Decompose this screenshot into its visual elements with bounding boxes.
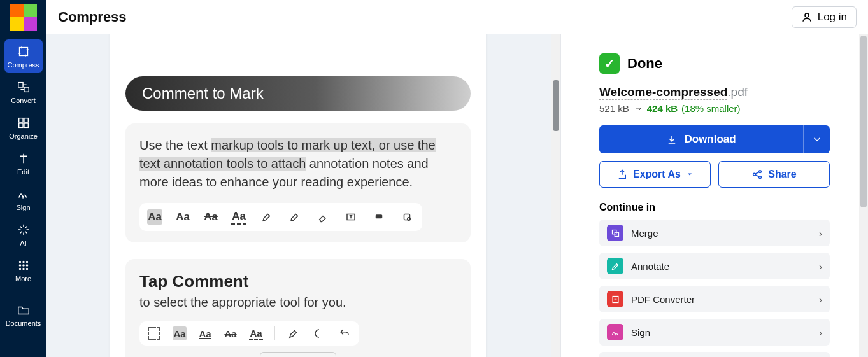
strikeout-tool-icon[interactable]: Aa [203, 209, 218, 225]
continue-item-label: PDF Converter [631, 294, 695, 305]
compress-icon [17, 45, 31, 59]
grid-icon [17, 258, 31, 272]
section-card: Tap Comment to select the appropriate to… [125, 259, 471, 357]
sidebar-item-sign[interactable]: Sign [4, 182, 43, 215]
preview-scrollbar[interactable] [551, 34, 560, 357]
sidebar-item-compress[interactable]: Compress [4, 39, 43, 73]
sidebar: Compress Convert Organize Edit Sign AI M… [0, 34, 46, 357]
status-text: Done [627, 55, 662, 72]
document-page: Comment to Mark Use the text markup tool… [110, 34, 486, 357]
half-circle-icon[interactable] [312, 326, 326, 340]
section-header: Comment to Mark [125, 76, 471, 111]
filename-base: Welcome-compressed [599, 85, 727, 100]
svg-point-20 [408, 218, 411, 221]
strikeout-tool-icon[interactable]: Aa [224, 326, 238, 340]
download-icon [666, 134, 678, 145]
marker-tool-icon[interactable] [259, 209, 274, 225]
merge-icon [607, 225, 623, 241]
size-row: 521 kB 424 kB (18% smaller) [599, 103, 830, 114]
chevron-right-icon: › [819, 228, 822, 239]
svg-point-9 [22, 261, 25, 263]
filename[interactable]: Welcome-compressed.pdf [599, 85, 830, 99]
edit-icon [17, 151, 31, 165]
continue-item-label: Annotate [631, 261, 669, 272]
sidebar-item-label: AI [20, 239, 26, 247]
sidebar-item-label: Edit [17, 168, 29, 176]
undo-icon[interactable] [338, 326, 352, 340]
divider [274, 326, 275, 340]
size-old: 521 kB [599, 103, 629, 114]
scrollbar-thumb[interactable] [553, 80, 559, 131]
converter-icon [607, 291, 623, 307]
sidebar-item-label: Sign [16, 204, 30, 211]
stamp-tool-icon[interactable] [399, 209, 415, 225]
sidebar-item-more[interactable]: More [4, 253, 43, 286]
scrollbar-thumb[interactable] [860, 36, 867, 207]
area-select-icon[interactable] [147, 326, 161, 340]
continue-item-annotate[interactable]: Annotate › [599, 253, 830, 279]
svg-rect-1 [19, 48, 27, 56]
share-icon [751, 169, 763, 180]
page-title: Compress [58, 9, 127, 25]
sign-tool-icon [607, 324, 623, 340]
svg-rect-2 [18, 83, 22, 87]
export-as-button[interactable]: Export As [599, 161, 711, 188]
arrow-right-icon [633, 105, 643, 113]
continue-item-merge[interactable]: Merge › [599, 220, 830, 246]
preview-pane: Comment to Mark Use the text markup tool… [46, 34, 560, 357]
top-bar: Compress Log in [46, 0, 868, 34]
results-panel: ✓ Done Welcome-compressed.pdf 521 kB 424… [560, 34, 868, 357]
squiggly-tool-icon[interactable]: Aa [249, 326, 263, 340]
sidebar-item-convert[interactable]: Convert [4, 75, 43, 108]
organize-icon [17, 116, 31, 130]
status-row: ✓ Done [599, 53, 830, 74]
continue-item-rotate[interactable]: Rotate › [599, 352, 830, 357]
svg-point-13 [25, 264, 28, 267]
pen-tool-icon[interactable] [287, 209, 302, 225]
panel-scrollbar[interactable] [859, 34, 868, 357]
highlight-tool-icon[interactable]: Aa [147, 209, 162, 225]
squiggly-tool-icon[interactable]: Aa [231, 209, 246, 225]
logo-icon [10, 4, 37, 31]
svg-point-8 [18, 261, 21, 263]
svg-point-16 [25, 268, 28, 270]
body-text: Use the text markup tools to mark up tex… [139, 136, 457, 192]
svg-point-10 [25, 261, 28, 263]
continue-label: Continue in [599, 202, 830, 213]
continue-item-converter[interactable]: PDF Converter › [599, 286, 830, 312]
continue-item-label: Sign [631, 327, 650, 338]
svg-point-14 [18, 268, 21, 270]
comment-chip[interactable]: Comment [260, 352, 336, 357]
chevron-right-icon: › [819, 294, 822, 305]
continue-item-sign[interactable]: Sign › [599, 319, 830, 346]
underline-tool-icon[interactable]: Aa [175, 209, 190, 225]
chevron-right-icon: › [819, 261, 822, 272]
underline-tool-icon[interactable]: Aa [198, 326, 212, 340]
sidebar-item-documents[interactable]: Documents [4, 298, 43, 331]
size-percent: (18% smaller) [681, 103, 741, 114]
share-button[interactable]: Share [718, 161, 830, 188]
annotate-icon [607, 258, 623, 274]
check-icon: ✓ [599, 53, 620, 74]
eraser-tool-icon[interactable] [315, 209, 331, 225]
continue-item-label: Merge [631, 228, 658, 239]
login-button[interactable]: Log in [792, 6, 857, 28]
svg-rect-3 [24, 87, 28, 92]
sidebar-item-label: Convert [11, 97, 36, 104]
svg-rect-6 [18, 123, 22, 127]
sidebar-item-ai[interactable]: AI [4, 218, 43, 251]
app-logo[interactable] [0, 0, 46, 34]
textbox-tool-icon[interactable] [343, 209, 359, 225]
comment-toolbar: Aa Aa Aa Aa [139, 321, 359, 346]
sidebar-item-edit[interactable]: Edit [4, 146, 43, 179]
svg-point-11 [18, 264, 21, 267]
sidebar-item-organize[interactable]: Organize [4, 111, 43, 144]
marker-tool-icon[interactable] [287, 326, 301, 340]
note-tool-icon[interactable] [371, 209, 387, 225]
sidebar-item-label: Documents [6, 319, 41, 327]
highlight-tool-icon[interactable]: Aa [173, 326, 187, 340]
sidebar-item-label: Organize [9, 132, 38, 140]
download-options-button[interactable] [803, 125, 830, 153]
section2-title: Tap Comment [139, 272, 457, 291]
download-button[interactable]: Download [599, 125, 803, 153]
